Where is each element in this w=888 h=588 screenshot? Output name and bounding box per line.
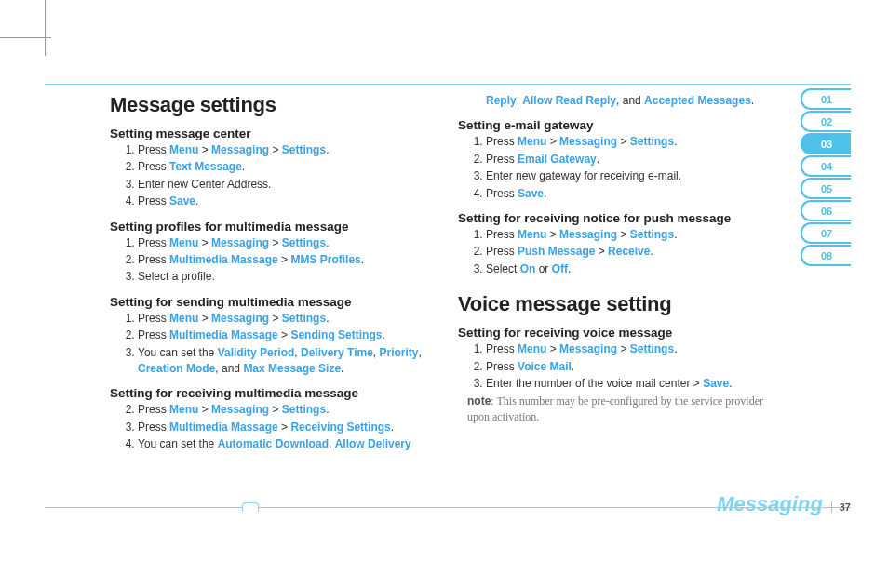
- step: Press Text Message.: [138, 159, 432, 175]
- step: Enter new gateway for receiving e-mail.: [486, 168, 780, 184]
- sub-sending-mms: Setting for sending multimedia message: [110, 295, 432, 309]
- step: Press Multimedia Massage > Sending Setti…: [138, 327, 432, 343]
- sub-receiving-mms: Setting for receiving multimedia message: [110, 386, 432, 400]
- step: Press Menu > Messaging > Settings.: [486, 341, 780, 357]
- step: You can set the Validity Period, Deliver…: [138, 345, 432, 378]
- sub-message-center: Setting message center: [110, 127, 432, 140]
- crop-mark-vertical: [45, 0, 46, 56]
- steps-sending-mms: Press Menu > Messaging > Settings. Press…: [138, 311, 432, 378]
- tab-08[interactable]: 08: [801, 245, 851, 266]
- heading-message-settings: Message settings: [110, 93, 432, 117]
- chapter-title: Messaging: [717, 492, 823, 516]
- step: Press Save.: [486, 186, 780, 202]
- step: Press Voice Mail.: [486, 359, 780, 375]
- tab-04[interactable]: 04: [801, 155, 851, 177]
- steps-push-message: Press Menu > Messaging > Settings. Press…: [486, 227, 780, 277]
- sub-email-gateway: Setting e-mail gateway: [458, 118, 780, 132]
- steps-receiving-mms: Press Menu > Messaging > Settings. Press…: [138, 402, 432, 452]
- step: Enter new Center Address.: [138, 177, 432, 193]
- step: Press Push Message > Receive.: [486, 244, 780, 260]
- tab-03[interactable]: 03: [801, 133, 851, 154]
- continuation-line: Reply, Allow Read Reply, and Accepted Me…: [486, 93, 780, 109]
- steps-voice-receive: Press Menu > Messaging > Settings. Press…: [486, 341, 780, 392]
- step: Enter the number of the voice mail cente…: [486, 376, 780, 392]
- step: Select On or Off.: [486, 261, 780, 277]
- step: You can set the Automatic Download, Allo…: [138, 436, 432, 452]
- step: Press Menu > Messaging > Settings.: [138, 311, 432, 327]
- top-rule: [45, 84, 851, 85]
- rule-bump: [242, 502, 259, 512]
- step: Press Multimedia Massage > MMS Profiles.: [138, 252, 432, 268]
- step: Press Email Gateway.: [486, 152, 780, 167]
- step: Select a profile.: [138, 269, 432, 285]
- step: Press Menu > Messaging > Settings.: [138, 235, 432, 251]
- sub-mms-profiles: Setting profiles for multimedia message: [110, 220, 432, 234]
- page-number: 37: [831, 501, 851, 513]
- tab-07[interactable]: 07: [801, 222, 851, 244]
- step: Press Menu > Messaging > Settings.: [486, 227, 780, 243]
- tab-06[interactable]: 06: [801, 200, 851, 221]
- note-text: note: This number may be pre-configured …: [467, 394, 780, 425]
- steps-email-gateway: Press Menu > Messaging > Settings. Press…: [486, 134, 780, 202]
- heading-voice-message: Voice message setting: [458, 292, 780, 316]
- sub-voice-receive: Setting for receiving voice message: [458, 326, 780, 340]
- chapter-tabs: 01 02 03 04 05 06 07 08: [801, 88, 851, 267]
- steps-message-center: Press Menu > Messaging > Settings. Press…: [138, 142, 432, 210]
- crop-mark-horizontal: [0, 37, 51, 38]
- tab-05[interactable]: 05: [801, 178, 851, 199]
- body-content: Message settings Setting message center …: [110, 93, 780, 453]
- tab-02[interactable]: 02: [801, 111, 851, 132]
- step: Press Menu > Messaging > Settings.: [138, 142, 432, 158]
- left-column: Message settings Setting message center …: [110, 93, 432, 453]
- step: Press Multimedia Massage > Receiving Set…: [138, 420, 432, 435]
- step: Press Menu > Messaging > Settings.: [486, 134, 780, 150]
- tab-01[interactable]: 01: [801, 88, 851, 110]
- step: Press Menu > Messaging > Settings.: [138, 402, 432, 418]
- sub-push-message: Setting for receiving notice for push me…: [458, 211, 780, 225]
- step: Press Save.: [138, 194, 432, 209]
- right-column: Reply, Allow Read Reply, and Accepted Me…: [458, 93, 780, 453]
- steps-mms-profiles: Press Menu > Messaging > Settings. Press…: [138, 235, 432, 286]
